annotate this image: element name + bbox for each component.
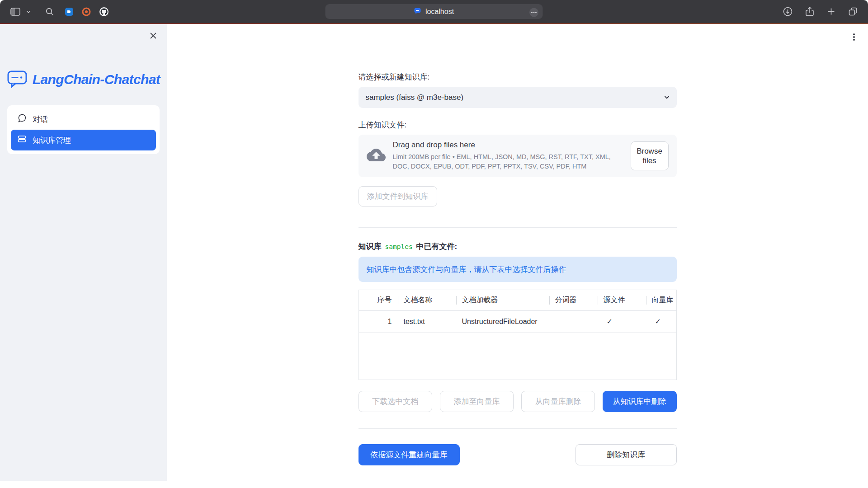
main-content: 请选择或新建知识库: samples (faiss @ m3e-base) 上传… bbox=[167, 24, 868, 488]
delete-from-vector-store-button[interactable]: 从向量库删除 bbox=[521, 391, 595, 412]
dropzone-limit-text: Limit 200MB per file • EML, HTML, JSON, … bbox=[393, 152, 623, 171]
kb-select[interactable]: samples (faiss @ m3e-base) bbox=[359, 87, 677, 108]
kb-select-value: samples (faiss @ m3e-base) bbox=[366, 93, 464, 102]
logo-chat-bubble-icon bbox=[7, 69, 28, 90]
kb-name-code: samples bbox=[385, 243, 413, 250]
sidebar-item-label: 对话 bbox=[33, 114, 48, 125]
info-banner: 知识库中包含源文件与向量库，请从下表中选择文件后操作 bbox=[359, 257, 677, 282]
sidebar-item-knowledge-base[interactable]: 知识库管理 bbox=[11, 130, 156, 150]
kb-heading-suffix: 中已有文件: bbox=[416, 241, 458, 252]
sidebar-item-label: 知识库管理 bbox=[33, 135, 71, 145]
upload-label: 上传知识文件: bbox=[359, 120, 677, 130]
file-dropzone[interactable]: Drag and drop files here Limit 200MB per… bbox=[359, 135, 677, 177]
knowledge-base-icon bbox=[17, 134, 27, 146]
cell-loader: UnstructuredFileLoader bbox=[456, 311, 549, 332]
search-icon[interactable] bbox=[44, 6, 56, 18]
url-field[interactable]: localhost bbox=[326, 4, 543, 19]
sidebar-chevron-down-icon[interactable] bbox=[25, 9, 32, 14]
col-header-index: 序号 bbox=[359, 290, 398, 310]
new-tab-icon[interactable] bbox=[826, 6, 837, 17]
cell-name: test.txt bbox=[398, 311, 456, 332]
app-window: LangChain-Chatchat 对话 知识库管理 bbox=[0, 24, 868, 488]
divider bbox=[359, 227, 677, 228]
page-favicon bbox=[414, 7, 421, 16]
col-header-vector: 向量库 bbox=[646, 290, 676, 310]
kb-select-label: 请选择或新建知识库: bbox=[359, 72, 677, 82]
toolbar-right-group bbox=[772, 5, 859, 18]
share-icon[interactable] bbox=[804, 5, 816, 18]
files-table: 序号 文档名称 文档加载器 分词器 源文件 向量库 1 test.txt Uns… bbox=[359, 290, 677, 380]
extension-orange-icon[interactable] bbox=[81, 6, 92, 17]
rebuild-vector-store-button[interactable]: 依据源文件重建向量库 bbox=[359, 444, 460, 465]
github-icon[interactable] bbox=[98, 6, 110, 18]
add-to-vector-store-button[interactable]: 添加至向量库 bbox=[440, 391, 514, 412]
cell-source-check: ✓ bbox=[598, 311, 646, 332]
content-column: 请选择或新建知识库: samples (faiss @ m3e-base) 上传… bbox=[359, 24, 677, 465]
sidebar-close-icon[interactable] bbox=[148, 30, 159, 41]
dropzone-text: Drag and drop files here Limit 200MB per… bbox=[393, 141, 623, 171]
col-header-loader: 文档加载器 bbox=[456, 290, 549, 310]
table-header-row: 序号 文档名称 文档加载器 分词器 源文件 向量库 bbox=[359, 290, 676, 311]
kb-files-heading: 知识库 samples 中已有文件: bbox=[359, 241, 677, 252]
sidebar-item-dialogue[interactable]: 对话 bbox=[11, 109, 156, 130]
chat-bubble-icon bbox=[17, 113, 27, 125]
delete-kb-button[interactable]: 删除知识库 bbox=[576, 444, 677, 465]
delete-from-kb-button[interactable]: 从知识库中删除 bbox=[603, 391, 676, 412]
extensions-ellipsis-icon[interactable] bbox=[528, 7, 540, 18]
cloud-upload-icon bbox=[367, 145, 386, 166]
col-header-source: 源文件 bbox=[598, 290, 646, 310]
table-row[interactable]: 1 test.txt UnstructuredFileLoader ✓ ✓ bbox=[359, 311, 676, 333]
browse-files-button[interactable]: Browse files bbox=[631, 141, 669, 170]
browser-toolbar: localhost bbox=[0, 0, 868, 23]
cell-index: 1 bbox=[359, 311, 398, 332]
divider bbox=[359, 428, 677, 429]
logo-text: LangChain-Chatchat bbox=[33, 72, 160, 87]
col-header-splitter: 分词器 bbox=[549, 290, 598, 310]
app-logo: LangChain-Chatchat bbox=[0, 69, 167, 90]
col-header-name: 文档名称 bbox=[398, 290, 456, 310]
toolbar-left-group bbox=[9, 6, 64, 18]
tab-overview-icon[interactable] bbox=[847, 5, 859, 18]
chevron-down-icon bbox=[663, 93, 671, 103]
cell-vector-check: ✓ bbox=[646, 311, 676, 332]
download-selected-button[interactable]: 下载选中文档 bbox=[359, 391, 432, 412]
kb-heading-prefix: 知识库 bbox=[359, 241, 382, 252]
kb-bottom-actions: 依据源文件重建向量库 删除知识库 bbox=[359, 444, 677, 465]
file-actions-row: 下载选中文档 添加至向量库 从向量库删除 从知识库中删除 bbox=[359, 391, 677, 412]
downloads-icon[interactable] bbox=[782, 5, 794, 18]
extension-blue-icon[interactable] bbox=[64, 6, 75, 17]
cell-splitter bbox=[549, 311, 598, 332]
toolbar-extensions-group bbox=[64, 6, 116, 18]
sidebar-toggle-icon[interactable] bbox=[9, 6, 22, 18]
dropzone-title: Drag and drop files here bbox=[393, 141, 623, 150]
info-banner-text: 知识库中包含源文件与向量库，请从下表中选择文件后操作 bbox=[367, 264, 566, 275]
add-files-to-kb-button[interactable]: 添加文件到知识库 bbox=[359, 186, 437, 206]
sidebar-menu: 对话 知识库管理 bbox=[7, 105, 160, 154]
sidebar: LangChain-Chatchat 对话 知识库管理 bbox=[0, 24, 167, 488]
url-host-text: localhost bbox=[425, 8, 454, 16]
app-menu-kebab-icon[interactable] bbox=[849, 31, 859, 43]
